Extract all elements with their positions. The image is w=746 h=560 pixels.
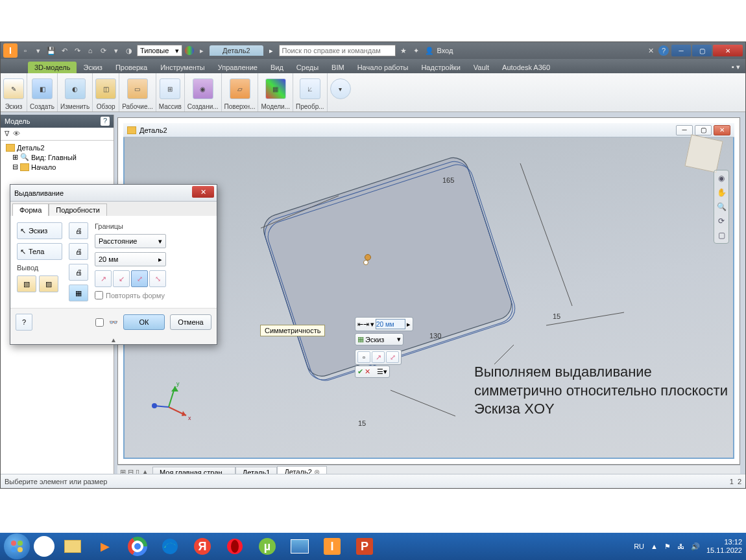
mini-output-icon[interactable]: ▫ (357, 351, 370, 363)
tray-flag-icon[interactable]: ⚑ (664, 542, 671, 551)
preview-checkbox[interactable] (95, 318, 104, 327)
mini-confirm-toolbar[interactable]: ✔ ✕ ☰▾ (355, 366, 390, 378)
tray-vol-icon[interactable]: 🔊 (691, 542, 700, 551)
tab-arrow-icon[interactable]: ▸ (266, 45, 276, 56)
page-1[interactable]: 1 (730, 478, 734, 485)
op-intersect-button[interactable]: 🖨 (69, 264, 88, 281)
login-label[interactable]: Вход (437, 47, 453, 54)
redo-icon[interactable]: ↷ (72, 45, 82, 56)
undo-icon[interactable]: ↶ (59, 45, 69, 56)
tab-bim[interactable]: BIM (325, 62, 351, 73)
star-icon[interactable]: ★ (398, 45, 409, 56)
axis-triad[interactable]: x y (150, 380, 196, 425)
arrow-icon[interactable]: ▸ (197, 45, 207, 56)
tb-edge-icon[interactable] (156, 535, 184, 557)
play-icon[interactable]: ▾ (330, 78, 351, 99)
tab-getstarted[interactable]: Начало работы (351, 62, 415, 73)
tray-up-icon[interactable]: ▲ (651, 542, 658, 550)
tab-environments[interactable]: Среды (290, 62, 325, 73)
direction-symmetric-button[interactable]: ⤢ (131, 270, 148, 287)
tree-root[interactable]: Деталь2 (3, 143, 111, 152)
browser-header[interactable]: Модель? (1, 115, 114, 128)
tb-photos-icon[interactable] (285, 535, 314, 557)
work-icon[interactable]: ▭ (127, 78, 148, 99)
find-icon[interactable]: 👁 (13, 130, 20, 138)
star2-icon[interactable]: ✦ (411, 45, 422, 56)
zoom-icon[interactable]: 🔍 (716, 201, 727, 213)
mini-distance-input[interactable] (376, 319, 405, 329)
mini-profile-toolbar[interactable]: ▦ Эскиз ▾ (355, 333, 403, 345)
active-doc-tab[interactable]: Деталь2 (210, 45, 263, 56)
tb-yandex2-icon[interactable]: Я (188, 535, 217, 557)
tb-opera-icon[interactable] (221, 535, 249, 557)
solids-select-button[interactable]: ↖Тела (17, 243, 62, 260)
freeform-icon[interactable]: ◉ (193, 78, 213, 99)
vp-close-button[interactable]: ✕ (714, 125, 730, 135)
tree-origin[interactable]: ⊟Начало (3, 162, 111, 172)
filter-icon[interactable]: ∇ (5, 130, 9, 138)
mini-distance-toolbar[interactable]: ⇤⇥▾ ▸ (355, 317, 413, 331)
op-join-button[interactable]: 🖨 (69, 222, 88, 239)
maximize-button[interactable]: ▢ (692, 45, 712, 56)
help-search-input[interactable] (279, 45, 396, 56)
direction-asym-button[interactable]: ⤡ (149, 270, 166, 287)
dialog-titlebar[interactable]: Выдавливание ✕ (10, 185, 217, 202)
material-icon[interactable]: ◑ (124, 45, 134, 56)
tb-chrome-icon[interactable] (123, 535, 152, 557)
distance-input[interactable]: 20 мм▸ (95, 252, 166, 266)
tab-3d-model[interactable]: 3D-модель (28, 62, 77, 73)
save-icon[interactable]: 💾 (46, 45, 56, 56)
modify-icon[interactable]: ◐ (65, 78, 86, 99)
dialog-tab-more[interactable]: Подробности (49, 204, 107, 216)
options-icon[interactable]: ☰▾ (377, 368, 387, 376)
viewcube[interactable] (684, 134, 723, 172)
dimension-15b[interactable]: 15 (358, 419, 366, 427)
start-button[interactable] (4, 533, 30, 559)
sketch-icon[interactable]: ✎ (3, 78, 24, 99)
tb-media-icon[interactable]: ▶ (91, 535, 119, 557)
wheel-icon[interactable]: ◉ (716, 172, 727, 184)
extents-combo[interactable]: Расстояние▾ (95, 234, 166, 248)
dialog-expand-icon[interactable]: ▲ (10, 336, 217, 344)
direction-2-button[interactable]: ↙ (113, 270, 130, 287)
tb-utorrent-icon[interactable]: µ (253, 535, 282, 557)
dialog-close-button[interactable]: ✕ (192, 186, 214, 198)
expand-icon[interactable]: ⊟ (12, 163, 18, 171)
minimize-button[interactable]: ─ (671, 45, 691, 56)
tb-powerpoint-icon[interactable]: P (350, 535, 379, 557)
vp-maximize-button[interactable]: ▢ (695, 125, 712, 135)
tree-view[interactable]: ⊞🔍Вид: Главный (3, 152, 111, 162)
user-icon[interactable]: 👤 (424, 45, 435, 56)
help-icon[interactable]: ? (658, 45, 669, 56)
dropdown-icon[interactable]: ▾ (397, 335, 401, 344)
ok-icon[interactable]: ✔ (357, 368, 363, 376)
tab-tools[interactable]: Инструменты (154, 62, 211, 73)
mini-dir1-icon[interactable]: ↗ (372, 351, 385, 363)
output-solid-button[interactable]: ▧ (17, 275, 36, 292)
profile-select-button[interactable]: ↖Эскиз (17, 222, 62, 239)
home-icon[interactable]: ⌂ (85, 45, 95, 56)
lookat-icon[interactable]: ▢ (716, 229, 727, 241)
tray-net-icon[interactable]: 🖧 (677, 542, 684, 550)
tab-sketch[interactable]: Эскиз (77, 62, 108, 73)
pan-icon[interactable]: ✋ (716, 187, 727, 198)
direction-1-button[interactable]: ↗ (95, 270, 112, 287)
simulation-icon[interactable]: ▦ (265, 78, 286, 99)
cancel-button[interactable]: Отмена (170, 314, 211, 330)
taskbar-clock[interactable]: 13:12 15.11.2022 (706, 538, 742, 555)
tab-view[interactable]: Вид (264, 62, 290, 73)
tab-manage[interactable]: Управление (211, 62, 264, 73)
glasses-icon[interactable]: 👓 (109, 318, 118, 327)
ok-button[interactable]: ОК (123, 314, 165, 330)
expand-icon[interactable]: ⊞ (12, 153, 18, 161)
flyout-icon[interactable]: ▸ (407, 320, 411, 329)
open-icon[interactable]: ▾ (33, 45, 43, 56)
new-icon[interactable]: ▫ (20, 45, 30, 56)
mini-dir2-icon[interactable]: ⤢ (386, 351, 399, 363)
surface-icon[interactable]: ▱ (230, 78, 250, 99)
tb-yandex-icon[interactable] (34, 536, 54, 557)
tab-addins[interactable]: Надстройки (415, 62, 466, 73)
orbit-icon[interactable]: ⟳ (716, 215, 727, 227)
dimension-15a[interactable]: 15 (553, 312, 560, 320)
tab-vault[interactable]: Vault (467, 62, 496, 73)
